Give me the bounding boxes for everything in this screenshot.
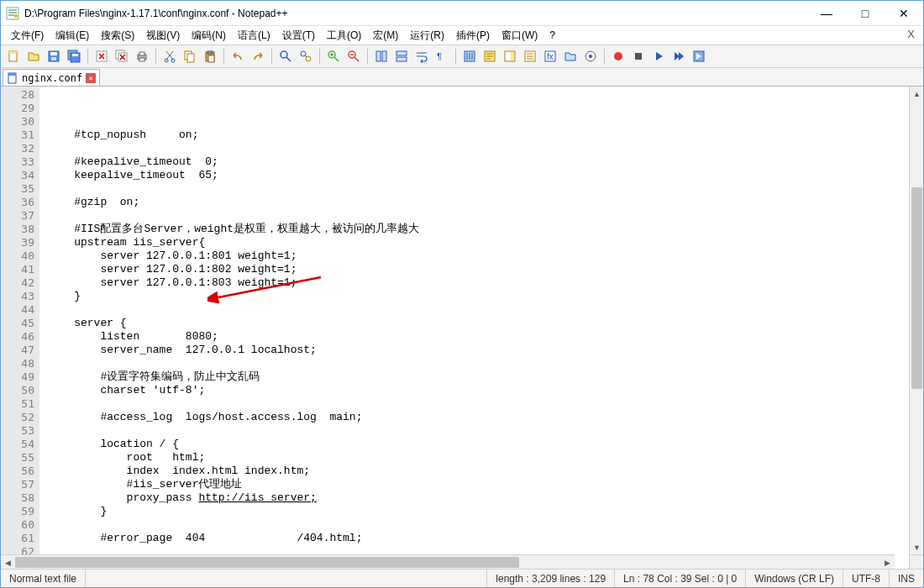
tab-nginx-conf[interactable]: nginx.conf ✕ [3, 69, 100, 86]
close-file-icon[interactable] [92, 47, 111, 66]
tab-label: nginx.conf [22, 72, 82, 84]
horizontal-scrollbar[interactable]: ◀ ▶ [1, 554, 895, 569]
function-list-icon[interactable]: fx [541, 47, 559, 66]
menu-window[interactable]: 窗口(W) [496, 27, 543, 45]
svg-rect-15 [139, 58, 144, 61]
status-bar: Normal text file length : 3,209 lines : … [1, 569, 923, 587]
menu-view[interactable]: 视图(V) [141, 27, 185, 45]
menu-encoding[interactable]: 编码(N) [186, 27, 231, 45]
file-icon [7, 72, 18, 84]
print-icon[interactable] [133, 47, 151, 66]
menu-file[interactable]: 文件(F) [6, 27, 49, 45]
svg-point-41 [589, 55, 592, 58]
svg-rect-36 [511, 52, 514, 60]
editor-area: 2829303132333435363738394041424344454647… [1, 87, 923, 554]
zoom-in-icon[interactable] [324, 47, 343, 66]
window-title: D:\Program Files\nginx-1.17.1\conf\nginx… [24, 8, 807, 19]
svg-rect-0 [7, 8, 18, 19]
sync-vscroll-icon[interactable] [372, 47, 391, 66]
svg-point-42 [614, 52, 622, 60]
svg-rect-14 [139, 52, 144, 55]
svg-rect-6 [51, 57, 56, 60]
new-file-icon[interactable] [4, 47, 23, 66]
svg-rect-46 [8, 73, 16, 76]
status-length: length : 3,209 lines : 129 [487, 570, 615, 587]
horizontal-scroll-thumb[interactable] [15, 557, 519, 568]
save-icon[interactable] [45, 47, 63, 66]
svg-rect-29 [382, 51, 386, 61]
status-position: Ln : 78 Col : 39 Sel : 0 | 0 [615, 570, 746, 587]
svg-rect-43 [635, 53, 642, 60]
replace-icon[interactable] [297, 47, 315, 66]
copy-icon[interactable] [181, 47, 199, 66]
menu-run[interactable]: 运行(R) [405, 27, 449, 45]
save-macro-icon[interactable] [690, 47, 708, 66]
doc-list-icon[interactable] [521, 47, 539, 66]
save-all-icon[interactable] [65, 47, 83, 66]
scroll-corner [909, 554, 923, 569]
maximize-button[interactable]: □ [846, 1, 885, 25]
code-editor[interactable]: #tcp_nopush on; #keepalive_timeout 0; ke… [39, 87, 909, 554]
svg-rect-22 [208, 55, 214, 62]
cut-icon[interactable] [160, 47, 179, 66]
status-ins[interactable]: INS [890, 570, 923, 587]
tab-close-icon[interactable]: ✕ [86, 73, 96, 83]
sync-hscroll-icon[interactable] [392, 47, 411, 66]
svg-point-23 [281, 51, 287, 58]
secondary-close-button[interactable]: X [907, 28, 915, 40]
stop-macro-icon[interactable] [629, 47, 648, 66]
svg-rect-3 [9, 51, 17, 54]
vertical-scroll-thumb[interactable] [911, 187, 922, 389]
title-bar: D:\Program Files\nginx-1.17.1\conf\nginx… [1, 1, 923, 26]
scroll-down-icon[interactable]: ▼ [910, 540, 923, 554]
menu-language[interactable]: 语言(L) [233, 27, 276, 45]
scroll-right-icon[interactable]: ▶ [880, 555, 895, 570]
vertical-scrollbar[interactable]: ▲ ▼ [909, 87, 923, 554]
show-all-chars-icon[interactable]: ¶ [433, 47, 451, 66]
menu-help[interactable]: ? [544, 28, 560, 43]
scroll-left-icon[interactable]: ◀ [1, 555, 15, 570]
status-eol[interactable]: Windows (CR LF) [746, 570, 843, 587]
svg-rect-30 [396, 51, 407, 55]
svg-rect-21 [207, 51, 213, 54]
wordwrap-icon[interactable] [412, 47, 431, 66]
indent-guide-icon[interactable] [460, 47, 479, 66]
svg-rect-9 [72, 54, 78, 56]
play-multi-icon[interactable] [669, 47, 688, 66]
svg-rect-28 [376, 51, 381, 61]
svg-text:fx: fx [547, 52, 554, 61]
menu-settings[interactable]: 设置(T) [277, 27, 320, 45]
doc-map-icon[interactable] [501, 47, 519, 66]
record-macro-icon[interactable] [609, 47, 627, 66]
toolbar: ¶ fx [1, 45, 923, 68]
zoom-out-icon[interactable] [344, 47, 363, 66]
menu-edit[interactable]: 编辑(E) [50, 27, 94, 45]
app-icon [6, 7, 19, 20]
status-encoding[interactable]: UTF-8 [843, 570, 890, 587]
undo-icon[interactable] [228, 47, 247, 66]
menu-tools[interactable]: 工具(O) [322, 27, 366, 45]
find-icon[interactable] [276, 47, 295, 66]
tab-bar: nginx.conf ✕ [1, 68, 923, 87]
menu-bar: 文件(F) 编辑(E) 搜索(S) 视图(V) 编码(N) 语言(L) 设置(T… [1, 26, 923, 45]
svg-rect-5 [50, 52, 57, 55]
close-all-icon[interactable] [113, 47, 131, 66]
svg-rect-31 [396, 57, 407, 61]
monitoring-icon[interactable] [581, 47, 600, 66]
menu-search[interactable]: 搜索(S) [96, 27, 139, 45]
play-macro-icon[interactable] [649, 47, 668, 66]
paste-icon[interactable] [201, 47, 219, 66]
menu-plugins[interactable]: 插件(P) [451, 27, 495, 45]
svg-rect-19 [187, 54, 194, 62]
svg-point-1 [14, 14, 18, 18]
menu-macro[interactable]: 宏(M) [368, 27, 403, 45]
folder-workspace-icon[interactable] [561, 47, 580, 66]
close-button[interactable]: ✕ [885, 1, 923, 25]
status-filetype: Normal text file [1, 570, 86, 587]
open-file-icon[interactable] [24, 47, 43, 66]
proxy-pass-link[interactable]: http://iis_server; [198, 491, 316, 504]
userlang-icon[interactable] [480, 47, 499, 66]
redo-icon[interactable] [249, 47, 267, 66]
scroll-up-icon[interactable]: ▲ [910, 87, 923, 101]
minimize-button[interactable]: ― [807, 1, 846, 25]
